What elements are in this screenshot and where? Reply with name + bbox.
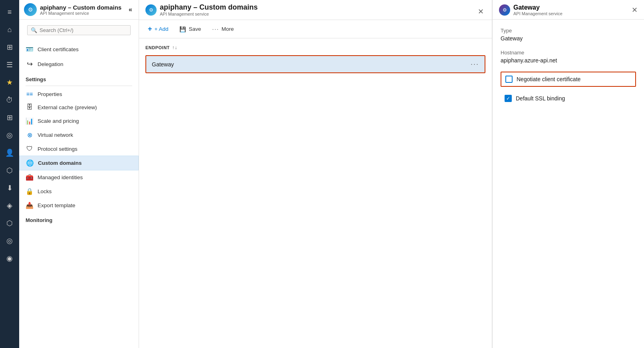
main-close-button[interactable]: ✕ bbox=[476, 6, 485, 18]
nav-circle[interactable]: ◎ bbox=[0, 232, 19, 250]
sidebar-item-export-template[interactable]: 📥 Export template bbox=[19, 198, 139, 212]
sidebar-subtitle: API Management service bbox=[40, 11, 122, 16]
scale-pricing-icon: 📊 bbox=[26, 117, 34, 125]
table-area: ENDPOINT ↑↓ Gateway ··· bbox=[139, 38, 492, 348]
sidebar-navigation: 🪪 Client certificates ↪ Delegation Setti… bbox=[19, 41, 139, 348]
endpoint-more-icon[interactable]: ··· bbox=[471, 60, 479, 68]
search-icon: 🔍 bbox=[31, 27, 37, 33]
sidebar-item-virtual-network[interactable]: ⊗ Virtual network bbox=[19, 128, 139, 142]
client-cert-icon: 🪪 bbox=[26, 46, 34, 53]
settings-section-label: Settings bbox=[19, 72, 139, 84]
sidebar-item-managed-identities[interactable]: 🧰 Managed identities bbox=[19, 170, 139, 184]
save-icon: 💾 bbox=[179, 26, 186, 32]
negotiate-cert-label: Negotiate client certificate bbox=[517, 76, 580, 82]
locks-icon: 🔒 bbox=[26, 188, 34, 195]
sidebar-item-label: Locks bbox=[38, 188, 52, 194]
nav-api[interactable]: ◈ bbox=[0, 197, 19, 214]
nav-home[interactable]: ⌂ bbox=[0, 21, 19, 38]
more-icon: ··· bbox=[212, 26, 219, 32]
export-template-icon: 📥 bbox=[26, 202, 34, 209]
protocol-settings-icon: 🛡 bbox=[26, 145, 34, 152]
nav-menu[interactable]: ≡ bbox=[0, 3, 19, 21]
negotiate-cert-checkbox-row[interactable]: Negotiate client certificate bbox=[501, 72, 636, 87]
virtual-network-icon: ⊗ bbox=[26, 131, 34, 139]
endpoint-header-label: ENDPOINT bbox=[145, 45, 170, 50]
sidebar-title: apiphany – Custom domains bbox=[40, 4, 122, 11]
add-icon: + bbox=[148, 25, 152, 33]
sidebar-item-label: Delegation bbox=[38, 61, 64, 67]
right-panel-title-block: Gateway API Management service bbox=[513, 4, 563, 16]
search-box: 🔍 bbox=[27, 25, 131, 35]
main-content: ⚙ apiphany – Custom domains API Manageme… bbox=[139, 0, 492, 348]
toolbar: + + Add 💾 Save ··· More bbox=[139, 20, 492, 38]
sidebar-item-properties[interactable]: ≡≡ Properties bbox=[19, 88, 139, 100]
nav-dashboard[interactable]: ⊞ bbox=[0, 38, 19, 56]
sidebar-item-locks[interactable]: 🔒 Locks bbox=[19, 184, 139, 198]
right-panel-header: ⚙ Gateway API Management service ✕ bbox=[493, 0, 644, 20]
negotiate-cert-checkbox[interactable] bbox=[505, 76, 513, 83]
sidebar-item-label: External cache (preview) bbox=[38, 104, 97, 110]
sidebar-item-custom-domains[interactable]: 🌐 Custom domains bbox=[19, 156, 139, 170]
page-title-area: ⚙ apiphany – Custom domains API Manageme… bbox=[145, 3, 475, 20]
sidebar-item-client-certificates[interactable]: 🪪 Client certificates bbox=[19, 42, 139, 56]
hostname-label: Hostname bbox=[501, 50, 636, 56]
nav-recent[interactable]: ⏱ bbox=[0, 91, 19, 109]
sidebar-item-label: Scale and pricing bbox=[38, 118, 79, 124]
type-field-group: Type Gateway bbox=[501, 28, 636, 42]
add-label: + Add bbox=[155, 26, 169, 32]
default-ssl-checkbox[interactable] bbox=[505, 95, 512, 102]
sidebar-item-label: Custom domains bbox=[38, 160, 82, 166]
right-panel-icon: ⚙ bbox=[499, 4, 510, 16]
sidebar-item-label: Client certificates bbox=[38, 46, 79, 52]
delegation-icon: ↪ bbox=[26, 60, 34, 68]
nav-download[interactable]: ⬇ bbox=[0, 179, 19, 197]
type-label: Type bbox=[501, 28, 636, 34]
nav-favorites[interactable]: ★ bbox=[0, 74, 19, 91]
hostname-field-group: Hostname apiphany.azure-api.net bbox=[501, 50, 636, 64]
type-value: Gateway bbox=[501, 35, 636, 42]
default-ssl-label: Default SSL binding bbox=[516, 95, 565, 102]
sidebar: ⚙ apiphany – Custom domains API Manageme… bbox=[19, 0, 139, 348]
properties-icon: ≡≡ bbox=[26, 91, 34, 97]
nav-apps[interactable]: ⊞ bbox=[0, 109, 19, 126]
nav-user[interactable]: 👤 bbox=[0, 144, 19, 162]
sidebar-item-label: Export template bbox=[38, 202, 76, 208]
nav-hamburger[interactable]: ☰ bbox=[0, 56, 19, 74]
nav-network[interactable]: ◎ bbox=[0, 126, 19, 144]
sidebar-item-label: Managed identities bbox=[38, 174, 83, 180]
default-ssl-checkbox-row[interactable]: Default SSL binding bbox=[501, 92, 636, 105]
right-panel: ⚙ Gateway API Management service ✕ Type … bbox=[492, 0, 644, 348]
right-panel-body: Type Gateway Hostname apiphany.azure-api… bbox=[493, 20, 644, 118]
gateway-endpoint-row[interactable]: Gateway ··· bbox=[145, 55, 485, 73]
save-button[interactable]: 💾 Save bbox=[177, 24, 203, 34]
sidebar-title-block: apiphany – Custom domains API Management… bbox=[40, 4, 122, 16]
monitoring-section-label: Monitoring bbox=[19, 212, 139, 225]
nav-hex2[interactable]: ⬡ bbox=[0, 214, 19, 232]
save-label: Save bbox=[189, 26, 201, 32]
section-divider bbox=[26, 86, 132, 86]
right-panel-subtitle: API Management service bbox=[513, 11, 563, 16]
left-nav: ≡ ⌂ ⊞ ☰ ★ ⏱ ⊞ ◎ 👤 ⬡ ⬇ ◈ ⬡ ◎ ◉ bbox=[0, 0, 19, 348]
sidebar-item-external-cache[interactable]: 🗄 External cache (preview) bbox=[19, 100, 139, 114]
hostname-value: apiphany.azure-api.net bbox=[501, 57, 636, 64]
external-cache-icon: 🗄 bbox=[26, 104, 34, 111]
sidebar-item-scale-pricing[interactable]: 📊 Scale and pricing bbox=[19, 114, 139, 128]
nav-hex[interactable]: ⬡ bbox=[0, 162, 19, 179]
more-label: More bbox=[221, 26, 234, 32]
managed-identities-icon: 🧰 bbox=[26, 174, 34, 181]
endpoint-column-header: ENDPOINT ↑↓ bbox=[145, 45, 485, 54]
collapse-button[interactable]: « bbox=[127, 4, 134, 15]
sidebar-item-label: Virtual network bbox=[38, 132, 73, 138]
sidebar-item-delegation[interactable]: ↪ Delegation bbox=[19, 56, 139, 72]
page-service: API Management service bbox=[160, 12, 258, 16]
sidebar-item-label: Properties bbox=[38, 91, 62, 97]
more-button[interactable]: ··· More bbox=[210, 24, 236, 34]
page-title: apiphany – Custom domains bbox=[160, 3, 258, 12]
search-input[interactable] bbox=[40, 27, 127, 33]
sidebar-item-protocol-settings[interactable]: 🛡 Protocol settings bbox=[19, 142, 139, 156]
page-title-block: apiphany – Custom domains API Management… bbox=[160, 3, 258, 16]
right-panel-close-button[interactable]: ✕ bbox=[632, 6, 638, 14]
page-title-icon: ⚙ bbox=[145, 4, 157, 16]
add-button[interactable]: + + Add bbox=[145, 23, 171, 35]
nav-dot[interactable]: ◉ bbox=[0, 250, 19, 267]
